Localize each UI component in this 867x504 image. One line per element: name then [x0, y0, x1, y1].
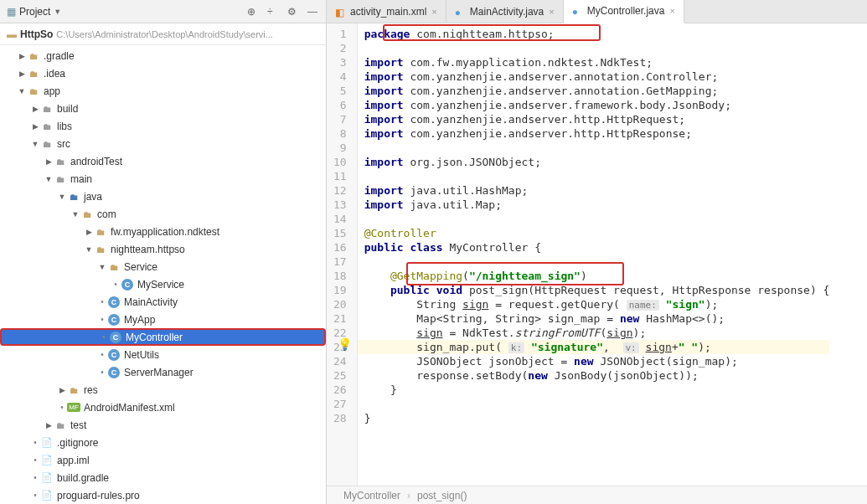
- hide-icon[interactable]: —: [307, 6, 319, 18]
- code-line[interactable]: import com.yanzhenjie.andserver.annotati…: [364, 84, 830, 98]
- code-line[interactable]: [364, 212, 830, 226]
- intent-bulb-icon[interactable]: 💡: [338, 337, 352, 352]
- sidebar-title[interactable]: Project: [19, 6, 50, 18]
- tree-item-test[interactable]: ▶🖿test: [0, 416, 326, 434]
- code-line[interactable]: JSONObject jsonObject = new JSONObject(s…: [364, 354, 830, 368]
- code-line[interactable]: public class MyController {: [364, 240, 830, 255]
- tree-item-mainactivity[interactable]: •CMainActivity: [0, 293, 326, 311]
- status-class[interactable]: MyController: [343, 490, 400, 501]
- tree-item-main[interactable]: ▼🖿main: [0, 170, 326, 188]
- code-line[interactable]: response.setBody(new JsonBody(jsonObject…: [364, 368, 830, 383]
- line-number[interactable]: 6: [333, 98, 347, 112]
- line-number[interactable]: 16: [333, 240, 347, 255]
- tab-activity-main-xml[interactable]: ◧activity_main.xml×: [327, 0, 446, 23]
- chevron-down-icon[interactable]: ▼: [54, 8, 61, 16]
- code-line[interactable]: import com.yanzhenjie.andserver.http.Htt…: [364, 126, 830, 141]
- tree-item-build[interactable]: ▶🖿build: [0, 100, 326, 117]
- tree-item-service[interactable]: ▼🖿Service: [0, 258, 326, 275]
- code-line[interactable]: [364, 169, 830, 183]
- line-number[interactable]: 24: [333, 354, 347, 368]
- code-line[interactable]: import org.json.JSONObject;: [364, 155, 830, 169]
- arrow-down-icon[interactable]: ▼: [57, 193, 67, 201]
- code-editor[interactable]: 1234567891011121314151617181920212223242…: [327, 23, 867, 486]
- arrow-down-icon[interactable]: ▼: [17, 87, 27, 95]
- tree-item-mycontroller[interactable]: •CMyController: [0, 328, 326, 346]
- line-number[interactable]: 5: [333, 84, 347, 98]
- line-number[interactable]: 15: [333, 226, 347, 240]
- line-number[interactable]: 26: [333, 383, 347, 397]
- code-line[interactable]: import com.fw.myapplication.ndktest.NdkT…: [364, 55, 830, 69]
- close-icon[interactable]: ×: [669, 6, 674, 16]
- scroll-from-source-icon[interactable]: ⊕: [247, 6, 259, 18]
- line-number[interactable]: 13: [333, 198, 347, 212]
- line-number[interactable]: 25: [333, 368, 347, 383]
- code-line[interactable]: import java.util.HashMap;: [364, 183, 830, 198]
- tab-mainactivity-java[interactable]: ●MainActivity.java×: [446, 0, 564, 23]
- close-icon[interactable]: ×: [431, 7, 436, 17]
- code-content[interactable]: 💡 package com.nightteam.httpso; import c…: [358, 23, 837, 486]
- line-number[interactable]: 28: [333, 411, 347, 425]
- line-number[interactable]: 18: [333, 269, 347, 283]
- tree-item-build-gradle[interactable]: •📄build.gradle: [0, 469, 326, 486]
- tree-item-myapp[interactable]: •CMyApp: [0, 311, 326, 328]
- tree-item-androidtest[interactable]: ▶🖿androidTest: [0, 152, 326, 170]
- arrow-right-icon[interactable]: ▶: [17, 69, 27, 78]
- arrow-right-icon[interactable]: ▶: [44, 421, 54, 429]
- code-line[interactable]: import com.yanzhenjie.andserver.framewor…: [364, 98, 830, 112]
- code-line[interactable]: sign_map.put( k: "signature", v: sign+" …: [358, 340, 830, 354]
- line-number[interactable]: 3: [333, 55, 347, 69]
- arrow-down-icon[interactable]: ▼: [97, 263, 107, 271]
- line-number[interactable]: 12: [333, 183, 347, 198]
- collapse-icon[interactable]: ÷: [267, 6, 279, 18]
- tree-item-netutils[interactable]: •CNetUtils: [0, 346, 326, 363]
- line-number[interactable]: 14: [333, 212, 347, 226]
- code-line[interactable]: [364, 141, 830, 155]
- arrow-right-icon[interactable]: ▶: [44, 157, 54, 166]
- code-line[interactable]: @Controller: [364, 226, 830, 240]
- line-number[interactable]: 4: [333, 69, 347, 84]
- line-number[interactable]: 7: [333, 112, 347, 126]
- status-method[interactable]: post_sign(): [417, 490, 467, 501]
- tree-item-libs[interactable]: ▶🖿libs: [0, 117, 326, 135]
- arrow-right-icon[interactable]: ▶: [30, 122, 40, 131]
- line-number[interactable]: 2: [333, 41, 347, 55]
- line-number[interactable]: 10: [333, 155, 347, 169]
- arrow-right-icon[interactable]: ▶: [57, 386, 67, 394]
- tree-item-proguard-rules-pro[interactable]: •📄proguard-rules.pro: [0, 486, 326, 504]
- arrow-down-icon[interactable]: ▼: [70, 210, 80, 219]
- close-icon[interactable]: ×: [549, 7, 554, 17]
- tree-item-androidmanifest-xml[interactable]: •MFAndroidManifest.xml: [0, 399, 326, 416]
- line-number[interactable]: 27: [333, 397, 347, 411]
- tree-item--idea[interactable]: ▶🖿.idea: [0, 64, 326, 82]
- tree-item--gradle[interactable]: ▶🖿.gradle: [0, 47, 326, 64]
- arrow-down-icon[interactable]: ▼: [30, 140, 40, 148]
- arrow-right-icon[interactable]: ▶: [30, 105, 40, 113]
- line-number[interactable]: 8: [333, 126, 347, 141]
- tree-item--gitignore[interactable]: •📄.gitignore: [0, 434, 326, 451]
- tree-item-src[interactable]: ▼🖿src: [0, 135, 326, 152]
- arrow-down-icon[interactable]: ▼: [44, 175, 54, 183]
- line-number[interactable]: 1: [333, 27, 347, 41]
- tree-item-res[interactable]: ▶🖿res: [0, 381, 326, 399]
- tree-item-com[interactable]: ▼🖿com: [0, 205, 326, 223]
- code-line[interactable]: Map<String, String> sign_map = new HashM…: [364, 311, 830, 326]
- tree-item-app[interactable]: ▼🖿app: [0, 82, 326, 100]
- breadcrumb-root[interactable]: HttpSo: [20, 28, 53, 40]
- code-line[interactable]: }: [364, 411, 830, 425]
- code-line[interactable]: String sign = request.getQuery( name: "s…: [364, 297, 830, 311]
- code-line[interactable]: import com.yanzhenjie.andserver.http.Htt…: [364, 112, 830, 126]
- tab-mycontroller-java[interactable]: ●MyController.java×: [564, 0, 684, 23]
- code-line[interactable]: [364, 397, 830, 411]
- tree-item-fw-myapplication-ndktest[interactable]: ▶🖿fw.myapplication.ndktest: [0, 223, 326, 240]
- tree-item-nightteam-httpso[interactable]: ▼🖿nightteam.httpso: [0, 240, 326, 258]
- arrow-right-icon[interactable]: ▶: [84, 228, 94, 236]
- tree-item-servermanager[interactable]: •CServerManager: [0, 363, 326, 381]
- tree-item-java[interactable]: ▼🖿java: [0, 188, 326, 205]
- code-line[interactable]: import java.util.Map;: [364, 198, 830, 212]
- line-number[interactable]: 9: [333, 141, 347, 155]
- arrow-down-icon[interactable]: ▼: [84, 245, 94, 254]
- tree-item-myservice[interactable]: •CMyService: [0, 275, 326, 293]
- code-line[interactable]: [364, 41, 830, 55]
- line-number[interactable]: 19: [333, 283, 347, 297]
- line-number[interactable]: 17: [333, 255, 347, 269]
